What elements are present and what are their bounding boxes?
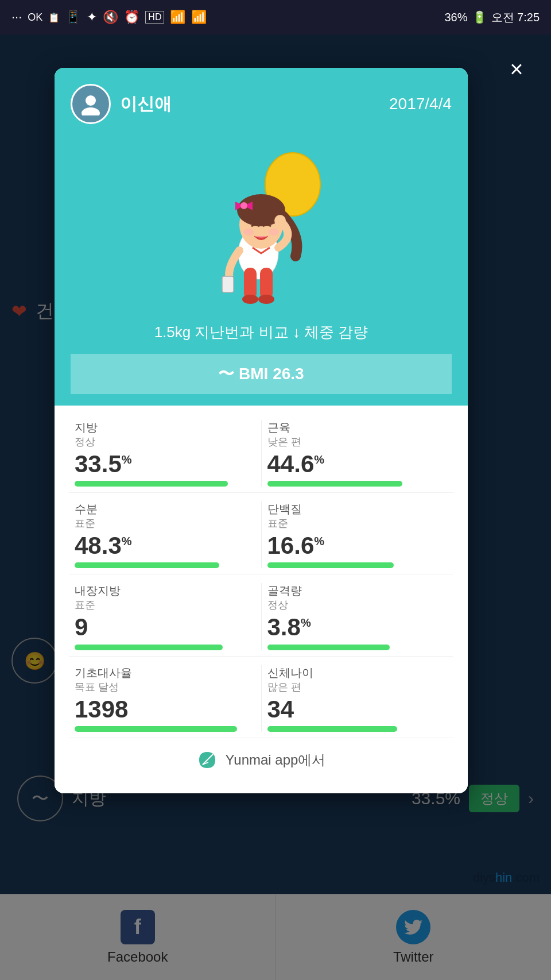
bmi-wave-icon: 〜 — [218, 365, 239, 383]
stat-muscle-value: 44.6% — [267, 451, 448, 477]
stat-bmr-sublabel: 목표 달성 — [75, 680, 255, 694]
svg-point-15 — [274, 215, 286, 226]
yunmai-app-text: Yunmai app에서 — [226, 751, 326, 769]
svg-rect-16 — [222, 276, 234, 292]
stat-protein-value: 16.6% — [267, 533, 448, 559]
stats-row-3: 내장지방 표준 9 골격량 정상 3.8% — [69, 574, 453, 656]
avatar — [71, 84, 111, 124]
stat-water-sublabel: 표준 — [75, 516, 255, 530]
stat-bone-value: 3.8% — [267, 614, 448, 641]
modal-date: 2017/4/4 — [389, 95, 452, 113]
bmi-value: BMI 26.3 — [239, 365, 304, 383]
stats-row-2: 수분 표준 48.3% 단백질 표준 16.6% — [69, 493, 453, 574]
svg-point-14 — [269, 229, 279, 236]
stat-visceral-bar — [75, 645, 223, 650]
avatar-icon — [79, 92, 102, 115]
svg-rect-5 — [260, 268, 273, 299]
alarm-icon: ⏰ — [124, 10, 139, 25]
stat-fat: 지방 정상 33.5% — [69, 420, 261, 487]
user-row: 이신애 2017/4/4 — [71, 84, 452, 124]
stat-bone-bar — [267, 645, 390, 650]
ok-icon: OK — [28, 11, 42, 24]
stat-bone: 골격량 정상 3.8% — [261, 583, 454, 650]
close-button[interactable]: × — [499, 52, 534, 86]
stat-protein: 단백질 표준 16.6% — [261, 501, 454, 568]
svg-point-13 — [243, 229, 254, 236]
stat-bmr: 기초대사율 목표 달성 1398 — [69, 665, 261, 732]
stat-water-label: 수분 — [75, 501, 255, 516]
status-left-icons: ··· OK 📋 📱 ✦ 🔇 ⏰ HD 📶 📶 — [11, 10, 207, 25]
svg-point-7 — [258, 295, 274, 304]
stat-bone-sublabel: 정상 — [267, 598, 448, 612]
stat-bmr-bar — [75, 726, 237, 732]
stat-fat-bar — [75, 481, 228, 487]
menu-dots: ··· — [11, 10, 22, 25]
stat-protein-sublabel: 표준 — [267, 516, 448, 530]
stat-bmr-label: 기초대사율 — [75, 665, 255, 680]
stat-fat-label: 지방 — [75, 420, 255, 435]
status-right: 36% 🔋 오전 7:25 — [444, 10, 540, 25]
stat-bmr-value: 1398 — [75, 696, 255, 723]
battery-percent: 36% — [444, 11, 467, 24]
wifi-icon: 📶 — [170, 10, 185, 25]
svg-point-1 — [82, 107, 100, 115]
cartoon-illustration — [71, 136, 452, 314]
girl-balloon-svg — [175, 141, 347, 314]
stat-water-value: 48.3% — [75, 533, 255, 559]
bluetooth-icon: ✦ — [87, 10, 97, 25]
battery-icon: 🔋 — [472, 10, 487, 24]
yunmai-leaf-icon — [197, 750, 218, 770]
sound-icon: 🔇 — [103, 10, 118, 25]
stats-row-4: 기초대사율 목표 달성 1398 신체나이 많은 편 34 — [69, 657, 453, 738]
stat-protein-bar — [267, 562, 394, 568]
stat-visceral-label: 내장지방 — [75, 583, 255, 598]
stat-visceral: 내장지방 표준 9 — [69, 583, 261, 650]
phone-icon: 📱 — [65, 10, 81, 25]
time-display: 오전 7:25 — [491, 10, 540, 25]
svg-point-0 — [86, 95, 96, 106]
bmi-banner: 〜 BMI 26.3 — [71, 354, 452, 394]
user-info: 이신애 — [71, 84, 172, 124]
app-icon-1: 📋 — [48, 12, 60, 23]
hd-icon: HD — [145, 11, 164, 24]
body-report-modal: 이신애 2017/4/4 — [55, 68, 468, 793]
user-name: 이신애 — [120, 92, 172, 116]
stat-body-age: 신체나이 많은 편 34 — [261, 665, 454, 732]
stats-row-1: 지방 정상 33.5% 근육 낮은 편 44.6% — [69, 411, 453, 493]
stat-body-age-sublabel: 많은 편 — [267, 680, 448, 694]
stat-water-bar — [75, 562, 219, 568]
svg-point-12 — [240, 202, 247, 209]
stat-protein-label: 단백질 — [267, 501, 448, 516]
stat-bone-label: 골격량 — [267, 583, 448, 598]
stat-body-age-value: 34 — [267, 696, 448, 723]
modal-header: 이신애 2017/4/4 — [55, 68, 468, 406]
status-bar: ··· OK 📋 📱 ✦ 🔇 ⏰ HD 📶 📶 36% 🔋 오전 7:25 — [0, 0, 551, 34]
stat-visceral-value: 9 — [75, 614, 255, 641]
stat-visceral-sublabel: 표준 — [75, 598, 255, 612]
stats-section: 지방 정상 33.5% 근육 낮은 편 44.6% 수분 표준 48.3% 단백… — [55, 406, 468, 793]
stat-muscle-bar — [267, 481, 403, 487]
stat-body-age-bar — [267, 726, 397, 732]
stat-fat-value: 33.5% — [75, 451, 255, 477]
stat-muscle-sublabel: 낮은 편 — [267, 435, 448, 449]
svg-rect-4 — [244, 268, 257, 299]
stat-body-age-label: 신체나이 — [267, 665, 448, 680]
stat-muscle: 근육 낮은 편 44.6% — [261, 420, 454, 487]
weight-change-text: 1.5kg 지난번과 비교 ↓ 체중 감량 — [71, 314, 452, 354]
stat-fat-sublabel: 정상 — [75, 435, 255, 449]
signal-icon: 📶 — [191, 10, 207, 25]
svg-point-6 — [242, 295, 258, 304]
yunmai-footer: Yunmai app에서 — [69, 738, 453, 785]
stat-water: 수분 표준 48.3% — [69, 501, 261, 568]
stat-muscle-label: 근육 — [267, 420, 448, 435]
